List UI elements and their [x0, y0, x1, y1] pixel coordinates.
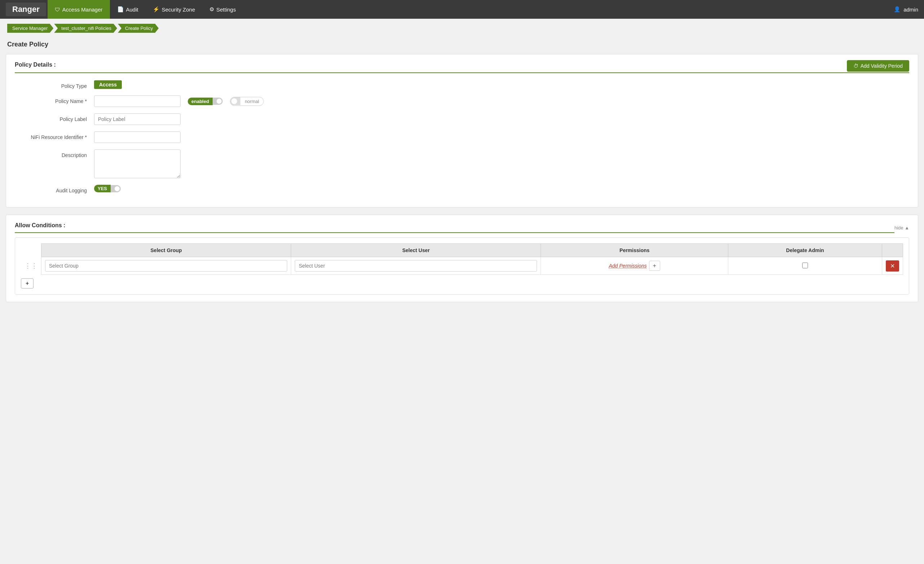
delete-cell: ✕	[882, 257, 903, 275]
policy-details-title: Policy Details :	[15, 61, 909, 73]
policy-details-card: Policy Details : ⏱ Add Validity Period P…	[6, 54, 918, 208]
policy-type-badge: Access	[94, 80, 122, 89]
allow-conditions-card: Allow Conditions : hide ▲ Select Group S…	[6, 215, 918, 302]
page-title: Create Policy	[0, 38, 924, 54]
drag-handle[interactable]: ⋮⋮	[21, 257, 42, 275]
delete-row-button[interactable]: ✕	[886, 260, 899, 272]
document-icon: 📄	[117, 6, 124, 13]
shield-icon: 🛡	[55, 6, 60, 13]
policy-name-control: enabled normal	[94, 96, 310, 107]
normal-label: normal	[240, 97, 263, 106]
allow-conditions-title: Allow Conditions :	[15, 222, 894, 233]
nav-security-zone[interactable]: ⚡ Security Zone	[146, 0, 202, 19]
col-permissions: Permissions	[541, 244, 728, 257]
col-select-user: Select User	[291, 244, 541, 257]
policy-label-row: Policy Label	[15, 114, 909, 125]
conditions-table: Select Group Select User Permissions Del…	[21, 244, 903, 275]
col-select-group: Select Group	[42, 244, 291, 257]
audit-logging-row: Audit Logging YES	[15, 185, 909, 193]
description-input[interactable]	[94, 150, 180, 178]
group-cell	[42, 257, 291, 275]
audit-toggle-knob	[111, 185, 121, 192]
delegate-admin-cell	[728, 257, 882, 275]
policy-label-label: Policy Label	[15, 114, 94, 122]
gear-icon: ⚙	[209, 6, 214, 13]
policy-name-input[interactable]	[94, 96, 180, 107]
conditions-header: Allow Conditions : hide ▲	[15, 222, 909, 233]
top-navigation: Ranger 🛡 Access Manager 📄 Audit ⚡ Securi…	[0, 0, 924, 19]
policy-type-label: Policy Type	[15, 80, 94, 89]
policy-name-row: Policy Name * enabled normal	[15, 96, 909, 107]
audit-logging-control: YES	[94, 185, 224, 192]
normal-toggle[interactable]: normal	[230, 97, 264, 106]
nifi-resource-label: NiFi Resource Identifier *	[15, 132, 94, 140]
permissions-cell: Add Permissions +	[541, 257, 728, 275]
breadcrumb-service-manager[interactable]: Service Manager	[7, 24, 53, 33]
policy-label-input[interactable]	[94, 114, 180, 125]
lightning-icon: ⚡	[153, 6, 160, 13]
description-label: Description	[15, 150, 94, 158]
nifi-resource-control	[94, 132, 224, 143]
normal-toggle-knob	[230, 97, 240, 105]
breadcrumb-policies[interactable]: test_cluster_nifi Policies	[54, 24, 117, 33]
description-control	[94, 150, 224, 178]
user-menu[interactable]: 👤 admin	[894, 6, 918, 13]
policy-type-row: Policy Type Access	[15, 80, 909, 89]
breadcrumb: Service Manager test_cluster_nifi Polici…	[0, 19, 924, 38]
table-row: ⋮⋮ Add Permissions +	[21, 257, 903, 275]
nav-audit[interactable]: 📄 Audit	[110, 0, 146, 19]
enabled-label: enabled	[188, 97, 213, 105]
audit-yes-label: YES	[94, 185, 111, 192]
nifi-resource-input[interactable]	[94, 132, 180, 143]
col-delegate-admin: Delegate Admin	[728, 244, 882, 257]
add-row-button[interactable]: +	[21, 278, 33, 289]
nav-items: 🛡 Access Manager 📄 Audit ⚡ Security Zone…	[48, 0, 894, 19]
select-group-input[interactable]	[45, 260, 287, 272]
policy-type-control: Access	[94, 80, 224, 89]
audit-logging-label: Audit Logging	[15, 185, 94, 193]
conditions-table-wrapper: Select Group Select User Permissions Del…	[15, 237, 909, 295]
select-user-input[interactable]	[295, 260, 537, 272]
nav-access-manager[interactable]: 🛡 Access Manager	[48, 0, 110, 19]
enabled-toggle-knob	[213, 97, 223, 105]
user-icon: 👤	[894, 6, 901, 13]
audit-logging-toggle[interactable]: YES	[94, 185, 121, 192]
delegate-admin-checkbox[interactable]	[802, 263, 808, 268]
add-permissions-link[interactable]: Add Permissions	[609, 263, 646, 269]
username: admin	[903, 6, 918, 13]
description-row: Description	[15, 150, 909, 178]
clock-icon: ⏱	[854, 63, 858, 69]
breadcrumb-create-policy[interactable]: Create Policy	[118, 24, 159, 33]
user-cell	[291, 257, 541, 275]
enabled-toggle[interactable]: enabled	[188, 97, 223, 105]
add-permissions-plus-button[interactable]: +	[649, 261, 660, 271]
policy-label-control	[94, 114, 224, 125]
hide-link[interactable]: hide ▲	[894, 225, 909, 230]
add-validity-button[interactable]: ⏱ Add Validity Period	[847, 60, 909, 72]
permissions-content: Add Permissions +	[544, 261, 724, 271]
nav-settings[interactable]: ⚙ Settings	[202, 0, 243, 19]
brand-logo[interactable]: Ranger	[6, 3, 46, 16]
nifi-resource-row: NiFi Resource Identifier *	[15, 132, 909, 143]
policy-name-label: Policy Name *	[15, 96, 94, 104]
